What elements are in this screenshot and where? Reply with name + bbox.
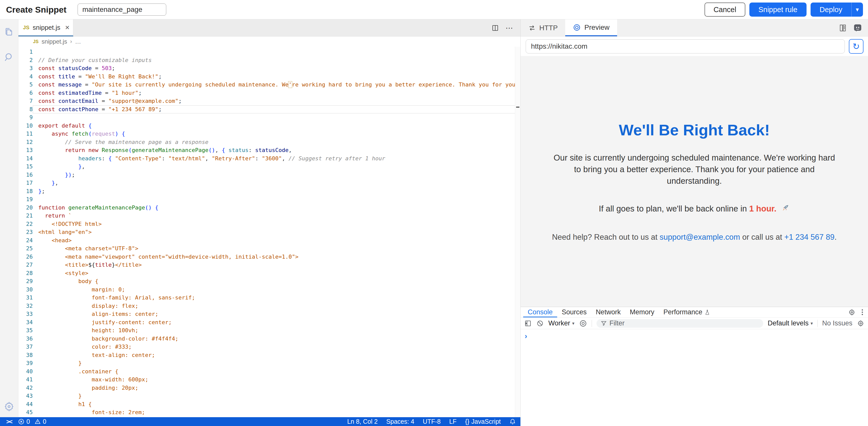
tab-http[interactable]: HTTP: [521, 20, 565, 36]
code-line[interactable]: 18};: [19, 187, 520, 196]
code-line[interactable]: 14 headers: { "Content-Type": "text/html…: [19, 154, 520, 163]
support-email-link[interactable]: support@example.com: [660, 233, 740, 242]
search-icon[interactable]: [3, 52, 14, 63]
close-tab-icon[interactable]: ×: [65, 23, 70, 32]
code-line[interactable]: 28 <style>: [19, 269, 520, 278]
console-output[interactable]: ›: [521, 329, 868, 426]
console-prompt[interactable]: ›: [525, 332, 864, 340]
cursor-position[interactable]: Ln 8, Col 2: [347, 418, 378, 425]
code-line[interactable]: 30 margin: 0;: [19, 286, 520, 294]
code-line[interactable]: 15 },: [19, 163, 520, 171]
code-line[interactable]: 31 font-family: Arial, sans-serif;: [19, 294, 520, 302]
log-levels-dropdown[interactable]: Default levels▾: [768, 319, 813, 327]
devtools-tab-network[interactable]: Network: [591, 307, 625, 317]
discord-chat-icon[interactable]: [853, 23, 863, 33]
issues-counter[interactable]: No Issues: [822, 319, 852, 327]
code-line[interactable]: 16 });: [19, 171, 520, 179]
code-line[interactable]: 43 }: [19, 392, 520, 400]
code-line[interactable]: 22 <!DOCTYPE html>: [19, 220, 520, 228]
code-line[interactable]: 21 return `: [19, 212, 520, 220]
code-line[interactable]: 10export default {: [19, 122, 520, 130]
eol-setting[interactable]: LF: [449, 418, 457, 425]
devtools-more-menu-icon[interactable]: [862, 309, 863, 315]
code-line[interactable]: 8const contactPhone = "+1 234 567 89";: [19, 105, 520, 114]
language-mode[interactable]: {} JavaScript: [465, 418, 501, 425]
code-line[interactable]: 24 <head>: [19, 236, 520, 245]
tab-preview[interactable]: Preview: [565, 20, 617, 36]
code-line[interactable]: 36 background-color: #f4f4f4;: [19, 335, 520, 343]
deploy-button[interactable]: Deploy: [811, 2, 851, 17]
code-line[interactable]: 13 return new Response(generateMaintenan…: [19, 146, 520, 154]
devtools-tab-performance[interactable]: Performance: [659, 307, 715, 317]
clear-console-icon[interactable]: [536, 320, 544, 327]
console-settings-gear-icon[interactable]: [857, 320, 865, 327]
code-line[interactable]: 38 text-align: center;: [19, 351, 520, 360]
code-line[interactable]: 3const statusCode = 503;: [19, 64, 520, 73]
console-filter-input[interactable]: Filter: [596, 319, 763, 328]
code-line[interactable]: 41 max-width: 600px;: [19, 376, 520, 384]
devtools-tab-console[interactable]: Console: [523, 307, 557, 317]
cancel-button[interactable]: Cancel: [705, 2, 745, 17]
devtools-settings-gear-icon[interactable]: [848, 309, 856, 316]
context-selector[interactable]: Worker▾: [548, 319, 575, 327]
code-line[interactable]: 5const message = "Our site is currently …: [19, 81, 520, 89]
code-line[interactable]: 26 <meta name="viewport" content="width=…: [19, 253, 520, 261]
phone-link[interactable]: +1 234 567 89: [784, 233, 835, 242]
console-sidebar-toggle-icon[interactable]: [524, 320, 532, 327]
devtools-tab-memory[interactable]: Memory: [625, 307, 659, 317]
code-line[interactable]: 46 color: #0056b3;: [19, 417, 520, 418]
code-line[interactable]: 4const title = "We'll Be Right Back!";: [19, 73, 520, 81]
code-area[interactable]: 12// Define your customizable inputs3con…: [19, 47, 520, 417]
files-icon[interactable]: [3, 26, 14, 37]
code-line[interactable]: 1: [19, 48, 520, 56]
code-line[interactable]: 29 body {: [19, 277, 520, 286]
line-number: 7: [19, 97, 33, 105]
breadcrumb-file[interactable]: snippet.js: [41, 38, 67, 45]
code-line[interactable]: 42 padding: 20px;: [19, 384, 520, 392]
snippet-rule-button[interactable]: Snippet rule: [749, 2, 807, 17]
live-expression-eye-icon[interactable]: [579, 319, 587, 328]
editor-scrollbar[interactable]: [515, 47, 520, 417]
code-line[interactable]: 23<html lang="en">: [19, 228, 520, 236]
code-line[interactable]: 35 height: 100vh;: [19, 326, 520, 335]
code-line[interactable]: 19: [19, 195, 520, 204]
indentation-setting[interactable]: Spaces: 4: [386, 418, 414, 425]
code-line[interactable]: 20function generateMaintenancePage() {: [19, 204, 520, 212]
code-line[interactable]: 40 .container {: [19, 368, 520, 376]
rocket-icon: [781, 203, 790, 215]
notifications-bell-icon[interactable]: [509, 419, 516, 425]
code-line[interactable]: 2// Define your customizable inputs: [19, 56, 520, 64]
remote-indicator-icon[interactable]: ><: [0, 417, 18, 426]
breadcrumb-symbol[interactable]: …: [75, 38, 81, 45]
settings-gear-icon[interactable]: [3, 401, 14, 412]
encoding-setting[interactable]: UTF-8: [423, 418, 441, 425]
docs-book-icon[interactable]: [838, 24, 847, 32]
code-line[interactable]: 12 // Serve the maintenance page as a re…: [19, 138, 520, 146]
deploy-dropdown-caret[interactable]: ▾: [851, 2, 863, 17]
code-line[interactable]: 27 <title>${title}</title>: [19, 261, 520, 269]
tab-snippet-js[interactable]: JS snippet.js ×: [19, 20, 73, 36]
devtools-tab-sources[interactable]: Sources: [557, 307, 591, 317]
code-line[interactable]: 11 async fetch(request) {: [19, 130, 520, 138]
snippet-name-input[interactable]: [78, 3, 166, 16]
more-actions-icon[interactable]: ⋯: [505, 24, 514, 32]
breadcrumb[interactable]: JS snippet.js › …: [19, 36, 520, 47]
code-line[interactable]: 45 font-size: 2rem;: [19, 408, 520, 417]
refresh-button[interactable]: ↻: [849, 39, 864, 54]
code-line[interactable]: 34 justify-content: center;: [19, 318, 520, 327]
code-line[interactable]: 6const estimatedTime = "1 hour";: [19, 89, 520, 97]
code-line[interactable]: 7const contactEmail = "support@example.c…: [19, 97, 520, 105]
code-line[interactable]: 17 },: [19, 179, 520, 187]
code-line[interactable]: 25 <meta charset="UTF-8">: [19, 245, 520, 253]
code-line[interactable]: 32 display: flex;: [19, 302, 520, 310]
code-line[interactable]: 37 color: #333;: [19, 343, 520, 351]
line-number: 18: [19, 187, 33, 196]
code-line[interactable]: 9: [19, 113, 520, 122]
code-line[interactable]: 39 }: [19, 359, 520, 368]
problems-indicator[interactable]: 0 0: [18, 418, 46, 425]
line-number: 41: [19, 376, 33, 384]
url-input[interactable]: [526, 39, 845, 53]
split-editor-icon[interactable]: [491, 24, 499, 32]
code-line[interactable]: 44 h1 {: [19, 400, 520, 408]
code-line[interactable]: 33 align-items: center;: [19, 310, 520, 318]
